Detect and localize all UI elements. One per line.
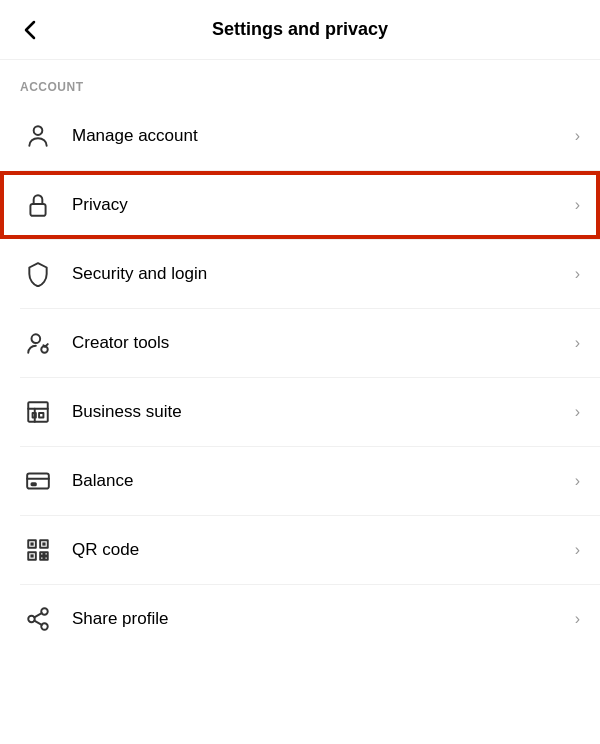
- chevron-icon: ›: [575, 265, 580, 283]
- svg-rect-15: [40, 552, 43, 555]
- chevron-icon: ›: [575, 334, 580, 352]
- chevron-icon: ›: [575, 196, 580, 214]
- chevron-icon: ›: [575, 541, 580, 559]
- qr-code-label: QR code: [72, 540, 567, 560]
- menu-item-security-login[interactable]: Security and login ›: [0, 240, 600, 308]
- svg-rect-1: [30, 204, 45, 216]
- chevron-icon: ›: [575, 127, 580, 145]
- svg-rect-18: [45, 557, 48, 560]
- menu-item-balance[interactable]: Balance ›: [0, 447, 600, 515]
- svg-line-22: [34, 621, 41, 625]
- building-icon: [20, 394, 56, 430]
- svg-rect-16: [45, 552, 48, 555]
- qr-code-icon: [20, 532, 56, 568]
- balance-label: Balance: [72, 471, 567, 491]
- svg-rect-12: [42, 542, 45, 545]
- menu-item-qr-code[interactable]: QR code ›: [0, 516, 600, 584]
- share-profile-label: Share profile: [72, 609, 567, 629]
- balance-icon: [20, 463, 56, 499]
- shield-icon: [20, 256, 56, 292]
- menu-list: Manage account › Privacy › Security and …: [0, 102, 600, 653]
- security-login-label: Security and login: [72, 264, 567, 284]
- menu-item-share-profile[interactable]: Share profile ›: [0, 585, 600, 653]
- svg-rect-5: [39, 413, 43, 417]
- lock-icon: [20, 187, 56, 223]
- menu-item-business-suite[interactable]: Business suite ›: [0, 378, 600, 446]
- svg-point-0: [34, 126, 43, 135]
- account-section-label: ACCOUNT: [0, 60, 600, 102]
- svg-rect-4: [28, 402, 48, 422]
- business-suite-label: Business suite: [72, 402, 567, 422]
- share-icon: [20, 601, 56, 637]
- svg-line-23: [34, 613, 41, 617]
- chevron-icon: ›: [575, 472, 580, 490]
- svg-rect-10: [30, 542, 33, 545]
- person-icon: [20, 118, 56, 154]
- header: Settings and privacy: [0, 0, 600, 60]
- creator-tools-icon: [20, 325, 56, 361]
- svg-rect-17: [40, 557, 43, 560]
- creator-tools-label: Creator tools: [72, 333, 567, 353]
- svg-rect-8: [32, 483, 36, 485]
- back-button[interactable]: [20, 16, 40, 44]
- menu-item-creator-tools[interactable]: Creator tools ›: [0, 309, 600, 377]
- menu-item-privacy[interactable]: Privacy ›: [0, 171, 600, 239]
- svg-rect-7: [27, 473, 49, 488]
- page-title: Settings and privacy: [212, 19, 388, 40]
- svg-rect-14: [30, 554, 33, 557]
- manage-account-label: Manage account: [72, 126, 567, 146]
- chevron-icon: ›: [575, 610, 580, 628]
- svg-point-2: [32, 334, 41, 343]
- privacy-label: Privacy: [72, 195, 567, 215]
- chevron-icon: ›: [575, 403, 580, 421]
- menu-item-manage-account[interactable]: Manage account ›: [0, 102, 600, 170]
